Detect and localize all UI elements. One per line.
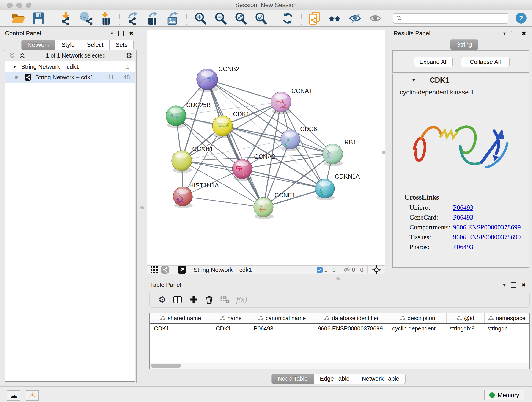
- cell-description[interactable]: cyclin-dependent ...: [388, 325, 445, 332]
- cell-namespace[interactable]: stringdb: [483, 325, 529, 332]
- network-graph[interactable]: CCNB2CCNA1CDC25BCDK1CDC6RB1CCNB1CCNA2CDK…: [147, 30, 385, 265]
- save-session-button[interactable]: [32, 12, 46, 25]
- table-tabs: Node Table Edge Table Network Table: [272, 374, 405, 384]
- float-panel-icon[interactable]: [118, 31, 124, 36]
- collapse-all-button[interactable]: Collapse All: [461, 57, 510, 67]
- help-button[interactable]: ?: [515, 13, 526, 24]
- table-options-button[interactable]: ⚙: [158, 295, 166, 304]
- graph-node-rb1[interactable]: RB1: [323, 139, 356, 164]
- vertical-splitter-handle[interactable]: [140, 206, 144, 210]
- column-header[interactable]: name: [212, 313, 250, 323]
- column-header[interactable]: shared name: [150, 313, 212, 323]
- clone-network-button[interactable]: [308, 12, 322, 25]
- vertical-splitter-handle[interactable]: [382, 151, 385, 154]
- zoom-out-button[interactable]: [213, 12, 228, 25]
- zoom-in-button[interactable]: [193, 12, 207, 25]
- tab-select[interactable]: Select: [81, 40, 109, 50]
- graph-node-ccna1[interactable]: CCNA1: [271, 88, 312, 112]
- import-network-file-button[interactable]: [58, 12, 73, 25]
- cell-database-identifier[interactable]: 9606.ENSP00000378699: [314, 325, 388, 332]
- trash-icon: [205, 294, 214, 305]
- column-header[interactable]: namespace: [485, 313, 529, 323]
- import-table-button[interactable]: [99, 12, 113, 25]
- panel-menu-icon[interactable]: ▾: [503, 31, 506, 36]
- crosslink-link[interactable]: P06493: [453, 204, 473, 211]
- close-panel-icon[interactable]: ✖: [521, 30, 526, 37]
- detach-view-button[interactable]: [177, 265, 186, 274]
- column-header[interactable]: description: [389, 313, 447, 323]
- import-network-database-button[interactable]: [79, 12, 93, 25]
- tab-style[interactable]: Style: [56, 40, 81, 50]
- birds-eye-view-button[interactable]: [372, 265, 381, 274]
- create-column-button[interactable]: [189, 295, 198, 304]
- toolbar-separator: [340, 266, 340, 273]
- column-header[interactable]: @id: [447, 313, 485, 323]
- zoom-selected-button[interactable]: [254, 12, 268, 25]
- memory-button[interactable]: Memory: [484, 390, 524, 400]
- close-panel-icon[interactable]: ✖: [129, 30, 133, 37]
- float-panel-icon[interactable]: [511, 282, 516, 288]
- cell-shared-name[interactable]: CDK1: [150, 325, 212, 332]
- title-bar: Session: New Session: [0, 0, 532, 10]
- hide-unhide-button[interactable]: [348, 12, 362, 25]
- warnings-button[interactable]: ⚠: [26, 390, 39, 401]
- expand-triangle-icon[interactable]: ▼: [12, 64, 17, 70]
- crosslink-link[interactable]: P06493: [453, 243, 473, 251]
- tab-network-table[interactable]: Network Table: [356, 374, 405, 384]
- close-panel-icon[interactable]: ✖: [521, 282, 526, 288]
- delete-column-button[interactable]: [205, 294, 214, 305]
- column-type-icon: [160, 316, 165, 321]
- cell-canonical-name[interactable]: P06493: [249, 325, 314, 332]
- options-gear-icon[interactable]: ⚙: [126, 52, 132, 59]
- tab-node-table[interactable]: Node Table: [272, 374, 314, 384]
- cloud-status-button[interactable]: ☁: [7, 390, 20, 401]
- graph-node-hist1h1a[interactable]: HIST1H1A: [173, 182, 219, 206]
- string-home-button[interactable]: [328, 12, 342, 25]
- graph-node-cdkn1a[interactable]: CDKN1A: [315, 173, 360, 198]
- node-entry-header[interactable]: ▼ CDK1: [394, 75, 528, 85]
- scrollbar-thumb[interactable]: [151, 364, 181, 368]
- column-header[interactable]: database identifier: [314, 313, 389, 323]
- grid-view-button[interactable]: [150, 266, 158, 274]
- crosslink-link[interactable]: P06493: [453, 214, 473, 221]
- show-all-button[interactable]: [368, 12, 382, 25]
- crosslink-link[interactable]: 9606.ENSP00000378699: [453, 233, 521, 241]
- search-input[interactable]: [404, 14, 508, 23]
- horizontal-scrollbar[interactable]: [150, 363, 529, 369]
- zoom-fit-button[interactable]: [234, 12, 248, 25]
- tab-edge-table[interactable]: Edge Table: [314, 374, 356, 384]
- graph-node-cdk1[interactable]: CDK1: [212, 111, 249, 136]
- collapse-all-icon[interactable]: [9, 52, 16, 59]
- network-canvas[interactable]: CCNB2CCNA1CDC25BCDK1CDC6RB1CCNB1CCNA2CDK…: [147, 30, 385, 266]
- network-view-button[interactable]: [161, 266, 169, 274]
- tab-sets[interactable]: Sets: [109, 40, 133, 50]
- apply-layout-button[interactable]: [281, 12, 295, 25]
- table-row[interactable]: CDK1 CDK1 P06493 9606.ENSP00000378699 cy…: [150, 324, 529, 333]
- cell-id[interactable]: stringdb:9...: [445, 325, 483, 332]
- selected-checkbox-icon[interactable]: [317, 267, 323, 273]
- column-header[interactable]: canonical name: [250, 313, 314, 323]
- tab-network[interactable]: Network: [21, 40, 56, 50]
- tab-string[interactable]: String: [450, 39, 478, 50]
- panel-menu-icon[interactable]: ▾: [111, 31, 113, 36]
- node-label-cdkn1a: CDKN1A: [335, 173, 360, 180]
- network-row-selected[interactable]: String Network – cdk1 11 48: [6, 72, 135, 83]
- graph-node-ccnb2[interactable]: CCNB2: [196, 65, 239, 90]
- horizontal-splitter-handle[interactable]: [336, 277, 340, 280]
- hidden-eye-slash-icon[interactable]: [343, 266, 351, 273]
- cell-name[interactable]: CDK1: [212, 325, 249, 332]
- collapse-triangle-icon[interactable]: ▼: [412, 78, 416, 83]
- node-label-cdc6: CDC6: [300, 126, 317, 133]
- export-table-button[interactable]: [146, 12, 160, 25]
- expand-all-icon[interactable]: [19, 52, 26, 59]
- crosslink-link[interactable]: 9606.ENSP00000378699: [453, 223, 521, 231]
- panel-menu-icon[interactable]: ▾: [503, 282, 506, 288]
- float-panel-icon[interactable]: [511, 31, 516, 36]
- export-image-button[interactable]: [166, 12, 180, 25]
- column-type-icon: [400, 316, 405, 321]
- expand-all-button[interactable]: Expand All: [414, 57, 453, 67]
- open-session-button[interactable]: [11, 12, 25, 25]
- network-collection-row[interactable]: ▼ String Network – cdk1 1: [6, 61, 135, 72]
- show-columns-button[interactable]: [172, 294, 183, 305]
- export-network-button[interactable]: [126, 12, 140, 25]
